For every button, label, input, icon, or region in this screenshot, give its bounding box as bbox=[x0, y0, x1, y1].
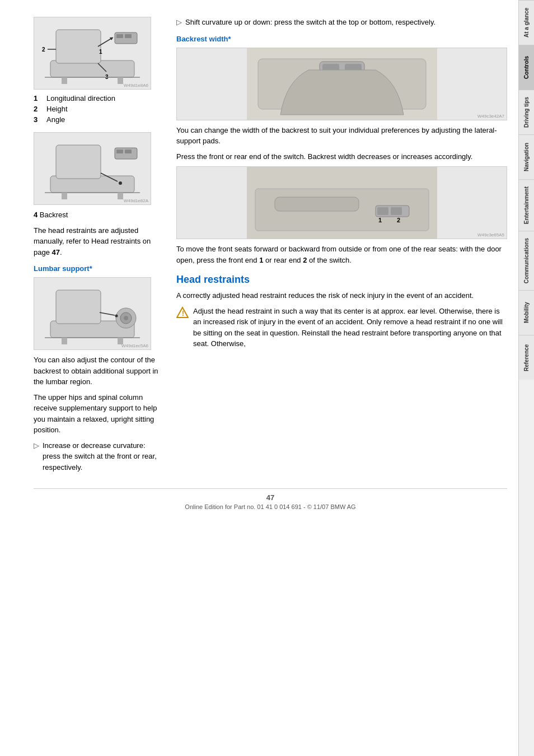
lumbar-text2: The upper hips and spinal column receive… bbox=[34, 392, 162, 436]
svg-line-29 bbox=[100, 312, 115, 315]
lumbar-heading: Lumbar support* bbox=[34, 264, 162, 273]
img-label-5: W49c3e65A5 bbox=[477, 232, 504, 237]
tab-controls[interactable]: Controls bbox=[519, 45, 534, 90]
img-label-4: W49c3e42A7 bbox=[477, 114, 504, 119]
backrest-label: 4 Backrest bbox=[34, 209, 162, 221]
svg-rect-13 bbox=[118, 77, 123, 84]
svg-rect-17 bbox=[116, 150, 123, 153]
lumbar-bullets: ▷ Increase or decrease curvature: press … bbox=[34, 440, 162, 473]
svg-rect-4 bbox=[125, 34, 132, 38]
content-columns: 1 2 3 bbox=[34, 17, 507, 477]
main-content: 1 2 3 bbox=[0, 0, 518, 756]
page-container: 1 2 3 bbox=[0, 0, 534, 756]
tab-navigation[interactable]: Navigation bbox=[519, 134, 534, 179]
tab-reference[interactable]: Reference bbox=[519, 335, 534, 380]
svg-point-30 bbox=[115, 314, 118, 317]
page-number: 47 bbox=[34, 493, 507, 502]
bullet-arrow-top-icon: ▷ bbox=[176, 17, 182, 28]
svg-rect-47 bbox=[275, 197, 359, 211]
bullet-arrow-icon: ▷ bbox=[34, 440, 39, 473]
seat-move-text: To move the front seats forward or backw… bbox=[176, 244, 507, 265]
backrest-width-diagram: W49c3e42A7 bbox=[176, 48, 507, 120]
warning-box: ! Adjust the head restraint in such a wa… bbox=[176, 306, 507, 349]
head-restraints-heading: Head restraints bbox=[176, 274, 507, 286]
seat-forward-diagram: 1 2 W49c3e65A5 bbox=[176, 166, 507, 239]
svg-rect-22 bbox=[62, 193, 67, 199]
lumbar-text1: You can also adjust the contour of the b… bbox=[34, 354, 162, 388]
svg-rect-3 bbox=[116, 34, 123, 38]
list-item-1: 1 Longitudinal direction bbox=[34, 94, 162, 102]
svg-rect-15 bbox=[56, 145, 101, 179]
head-text1: A correctly adjusted head restraint redu… bbox=[176, 290, 507, 301]
svg-rect-12 bbox=[62, 77, 67, 84]
svg-rect-43 bbox=[377, 207, 388, 215]
tab-driving-tips[interactable]: Driving tips bbox=[519, 90, 534, 134]
backrest-note: The head restraints are adjusted manuall… bbox=[34, 225, 162, 258]
svg-text:1: 1 bbox=[378, 217, 382, 223]
left-column: 1 2 3 bbox=[34, 17, 162, 477]
lumbar-bullet-1: ▷ Increase or decrease curvature: press … bbox=[34, 440, 162, 473]
list-item-3: 3 Angle bbox=[34, 115, 162, 124]
sidebar-tabs: At a glance Controls Driving tips Naviga… bbox=[518, 0, 534, 756]
backrest-width-text1: You can change the width of the backrest… bbox=[176, 125, 507, 147]
svg-text:2: 2 bbox=[397, 217, 400, 223]
backrest-width-text2: Press the front or rear end of the switc… bbox=[176, 151, 507, 162]
page-footer: 47 Online Edition for Part no. 01 41 0 0… bbox=[34, 488, 507, 510]
right-column: ▷ Shift curvature up or down: press the … bbox=[176, 17, 507, 477]
head-warning-text: Adjust the head restraint in such a way … bbox=[193, 306, 507, 349]
tab-mobility[interactable]: Mobility bbox=[519, 290, 534, 335]
img-label-1: W49d1e8A6 bbox=[124, 83, 148, 88]
svg-text:2: 2 bbox=[42, 46, 45, 53]
shift-curvature-bullet: ▷ Shift curvature up or down: press the … bbox=[176, 17, 507, 28]
list-item-2: 2 Height bbox=[34, 105, 162, 113]
tab-entertainment[interactable]: Entertainment bbox=[519, 179, 534, 231]
img-label-2: W49d1e82A bbox=[124, 198, 148, 203]
svg-rect-44 bbox=[391, 207, 402, 215]
tab-communications[interactable]: Communications bbox=[519, 231, 534, 290]
numbered-list-123: 1 Longitudinal direction 2 Height 3 Angl… bbox=[34, 94, 162, 124]
svg-rect-18 bbox=[125, 150, 132, 153]
footer-text: Online Edition for Part no. 01 41 0 014 … bbox=[185, 503, 355, 510]
img-label-3: W49d1ec5A6 bbox=[121, 343, 148, 348]
lumbar-diagram: W49d1ec5A6 bbox=[34, 277, 151, 350]
svg-rect-25 bbox=[56, 290, 101, 324]
seat-diagram-top: 1 2 3 bbox=[34, 17, 151, 90]
warning-icon: ! bbox=[176, 306, 189, 319]
top-bullet-list: ▷ Shift curvature up or down: press the … bbox=[176, 17, 507, 28]
svg-text:1: 1 bbox=[99, 49, 102, 55]
svg-rect-23 bbox=[118, 193, 123, 199]
svg-rect-32 bbox=[62, 338, 67, 344]
seat-diagram-angle: W49d1e82A bbox=[34, 132, 151, 205]
svg-point-20 bbox=[119, 181, 122, 185]
svg-rect-1 bbox=[56, 30, 101, 63]
svg-text:!: ! bbox=[182, 310, 184, 318]
tab-at-a-glance[interactable]: At a glance bbox=[519, 0, 534, 45]
svg-point-28 bbox=[124, 316, 128, 320]
backrest-width-heading: Backrest width* bbox=[176, 35, 507, 43]
